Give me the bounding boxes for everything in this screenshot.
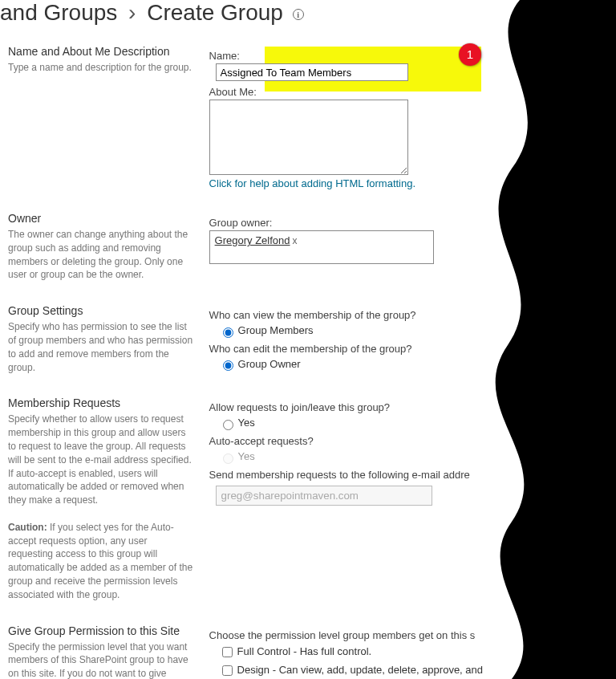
edit-membership-group-owner-radio[interactable] <box>223 360 233 371</box>
about-textarea[interactable] <box>209 100 408 175</box>
section-perm-title: Give Group Permission to this Site <box>8 624 193 637</box>
caution-text: If you select yes for the Auto-accept re… <box>8 522 192 600</box>
section-perm-desc: Specify the permission level that you wa… <box>8 640 193 679</box>
section-name-desc: Type a name and description for the grou… <box>8 61 193 75</box>
section-settings-desc: Specify who has permission to see the li… <box>8 320 193 374</box>
auto-accept-yes-label: Yes <box>238 450 255 462</box>
breadcrumb-separator: › <box>124 0 140 25</box>
section-settings-title: Group Settings <box>8 304 193 317</box>
edit-membership-question: Who can edit the membership of the group… <box>209 343 608 355</box>
page-title: and Groups › Create Group i <box>0 0 616 34</box>
section-owner-title: Owner <box>8 212 193 225</box>
view-membership-group-members-radio[interactable] <box>223 327 233 338</box>
choose-permission-text-start: Choose the permission level group member… <box>209 629 476 641</box>
owner-tag-remove-icon[interactable]: x <box>290 235 298 246</box>
perm-full-control-label: Full Control - Has full control. <box>237 644 372 657</box>
edit-membership-group-owner-label: Group Owner <box>238 358 301 370</box>
breadcrumb-parent[interactable]: and Groups <box>0 0 117 25</box>
info-icon[interactable]: i <box>293 9 304 20</box>
section-requests-desc1: Specify whether to allow users to reques… <box>8 413 192 506</box>
auto-accept-question: Auto-accept requests? <box>209 435 608 447</box>
perm-design-checkbox[interactable] <box>222 665 233 676</box>
section-requests-title: Membership Requests <box>8 396 193 409</box>
allow-requests-question: Allow requests to join/leave this group? <box>209 401 608 413</box>
owner-tag[interactable]: Gregory Zelfond <box>215 234 290 246</box>
name-label: Name: <box>209 50 608 62</box>
callout-badge-1: 1 <box>459 43 481 66</box>
breadcrumb-current: Create Group <box>147 0 283 25</box>
view-membership-question: Who can view the membership of the group… <box>209 309 608 321</box>
callout-badge-2: 2 <box>553 640 576 663</box>
html-help-link[interactable]: Click for help about adding HTML formatt… <box>209 177 415 189</box>
create-button[interactable]: Create <box>576 660 616 679</box>
owner-people-picker[interactable]: Gregory Zelfondx <box>209 230 434 264</box>
allow-requests-yes-label: Yes <box>238 417 255 429</box>
perm-design-label: Design - Can view, add, update, delete, … <box>237 663 483 675</box>
auto-accept-yes-radio <box>223 453 233 464</box>
requests-email-input <box>216 486 432 506</box>
view-membership-group-members-label: Group Members <box>238 324 314 336</box>
section-name-title: Name and About Me Description <box>8 45 193 58</box>
allow-requests-yes-radio[interactable] <box>223 420 233 430</box>
caution-label: Caution: <box>8 522 47 533</box>
about-label: About Me: <box>209 86 608 98</box>
choose-permission-text-end: JohnsTeam <box>537 629 590 641</box>
name-input[interactable] <box>216 63 408 81</box>
requests-email-label: Send membership requests to the followin… <box>209 469 608 481</box>
perm-full-control-checkbox[interactable] <box>222 647 233 657</box>
owner-label: Group owner: <box>209 217 608 229</box>
section-owner-desc: The owner can change anything about the … <box>8 228 193 282</box>
